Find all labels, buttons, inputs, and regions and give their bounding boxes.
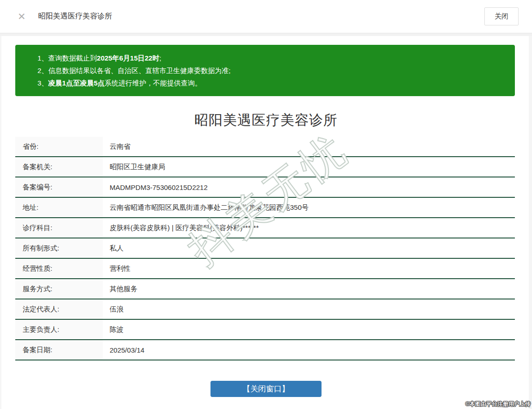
notice-bold: 凌晨1点至凌晨5点 — [48, 79, 105, 87]
notice-line-3: 3、凌晨1点至凌晨5点系统进行维护，不能提供查询。 — [37, 77, 506, 89]
field-label: 诊疗科目: — [15, 218, 103, 238]
close-x-icon[interactable]: ✕ — [18, 12, 26, 21]
left-edge-strip — [0, 36, 1, 409]
field-value: 其他服务 — [103, 279, 515, 299]
notice-line-1: 1、查询数据截止到2025年6月15日22时; — [37, 52, 506, 64]
notice-box: 1、查询数据截止到2025年6月15日22时; 2、信息数据结果以各省、自治区、… — [15, 45, 515, 96]
field-value: 昭阳区卫生健康局 — [103, 157, 515, 177]
field-value: 陈波 — [103, 320, 515, 339]
table-row-service-mode: 服务方式: 其他服务 — [15, 279, 515, 299]
right-edge-strip — [529, 36, 532, 409]
table-row-business-nature: 经营性质: 营利性 — [15, 259, 515, 279]
table-row-filing-date: 备案日期: 2025/03/14 — [15, 340, 515, 360]
field-value: 2025/03/14 — [103, 340, 515, 360]
notice-text: 2、信息数据结果以各省、自治区、直辖市卫生健康委数据为准; — [37, 67, 231, 74]
upload-stamp: ©本图由平台注册用户上传 — [465, 400, 531, 408]
table-row-legal-representative: 法定代表人: 伍浪 — [15, 299, 515, 320]
field-label: 主要负责人: — [15, 320, 103, 339]
notice-line-2: 2、信息数据结果以各省、自治区、直辖市卫生健康委数据为准; — [37, 64, 506, 77]
field-value: MADMPDM3-753060215D2212 — [103, 177, 515, 197]
table-row-filing-number: 备案编号: MADMPDM3-753060215D2212 — [15, 177, 515, 198]
table-row-medical-subjects: 诊疗科目: 皮肤科(美容皮肤科) | 医疗美容科(美容外科)****** — [15, 218, 515, 238]
field-label: 所有制形式: — [15, 238, 103, 258]
header-divider — [0, 33, 532, 36]
window-header: ✕ 昭阳美遇医疗美容诊所 关闭 — [0, 0, 532, 33]
field-label: 法定代表人: — [15, 299, 103, 319]
table-row-filing-authority: 备案机关: 昭阳区卫生健康局 — [15, 157, 515, 177]
field-value: 私人 — [103, 238, 515, 258]
field-value: 云南省昭通市昭阳区凤凰街道办事处二环南路龙泉花园西苑350号 — [103, 198, 515, 217]
field-label: 服务方式: — [15, 279, 103, 299]
notice-text: 系统进行维护，不能提供查询。 — [105, 79, 202, 87]
notice-text: 1、查询数据截止到 — [37, 54, 97, 62]
field-label: 备案机关: — [15, 157, 103, 177]
table-row-address: 地址: 云南省昭通市昭阳区凤凰街道办事处二环南路龙泉花园西苑350号 — [15, 198, 515, 218]
field-label: 备案日期: — [15, 340, 103, 360]
field-value: 伍浪 — [103, 299, 515, 319]
close-window-button[interactable]: 【关闭窗口】 — [210, 381, 322, 397]
table-row-province: 省份: 云南省 — [15, 137, 515, 157]
page-title: 昭阳美遇医疗美容诊所 — [0, 111, 532, 130]
field-value: 皮肤科(美容皮肤科) | 医疗美容科(美容外科)****** — [103, 218, 515, 238]
table-row-main-person-in-charge: 主要负责人: 陈波 — [15, 320, 515, 340]
notice-text: ; — [159, 54, 161, 62]
table-row-ownership: 所有制形式: 私人 — [15, 238, 515, 259]
window-title: 昭阳美遇医疗美容诊所 — [38, 12, 112, 21]
field-label: 经营性质: — [15, 259, 103, 278]
notice-bold: 2025年6月15日22时 — [97, 54, 159, 62]
info-table: 省份: 云南省 备案机关: 昭阳区卫生健康局 备案编号: MADMPDM3-75… — [15, 137, 515, 360]
field-label: 省份: — [15, 137, 103, 156]
field-label: 备案编号: — [15, 177, 103, 197]
field-value: 云南省 — [103, 137, 515, 156]
field-label: 地址: — [15, 198, 103, 217]
notice-text: 3、 — [37, 79, 48, 87]
field-value: 营利性 — [103, 259, 515, 278]
close-button[interactable]: 关闭 — [484, 7, 519, 25]
